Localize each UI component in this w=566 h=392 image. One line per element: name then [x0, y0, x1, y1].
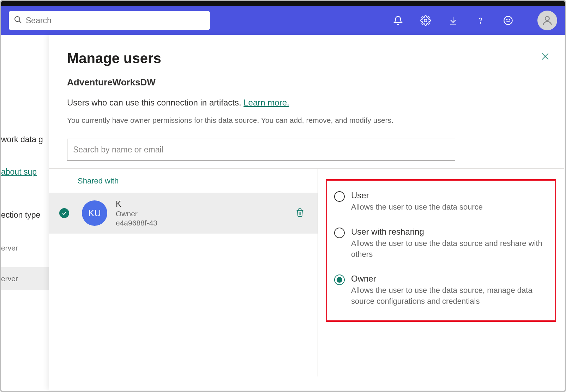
settings-icon[interactable]: [420, 15, 431, 26]
notifications-icon[interactable]: [393, 15, 403, 26]
svg-point-3: [480, 23, 481, 23]
svg-point-4: [504, 16, 512, 24]
panel-title: Manage users: [67, 50, 546, 66]
global-search-input[interactable]: [26, 16, 205, 25]
background-page: work data g about sup ection type erver …: [1, 35, 50, 388]
role-title: User with resharing: [351, 227, 548, 237]
desc-text: Users who can use this connection in art…: [67, 98, 243, 107]
role-desc: Allows the user to use the data source: [351, 202, 548, 213]
role-highlight-box: User Allows the user to use the data sou…: [326, 179, 556, 322]
user-search-input[interactable]: [67, 139, 455, 161]
radio-icon[interactable]: [334, 228, 345, 238]
role-title: Owner: [351, 274, 548, 284]
feedback-icon[interactable]: [503, 15, 513, 26]
role-option-owner[interactable]: Owner Allows the user to use the data so…: [334, 274, 548, 307]
help-icon[interactable]: [475, 15, 486, 26]
download-icon[interactable]: [448, 15, 458, 26]
manage-users-panel: Manage users AdventureWorksDW Users who …: [49, 35, 564, 390]
user-search-container: [67, 139, 455, 161]
role-option-user-resharing[interactable]: User with resharing Allows the user to u…: [334, 227, 548, 260]
svg-point-0: [15, 17, 20, 22]
global-search[interactable]: [9, 11, 210, 30]
learn-more-link[interactable]: Learn more.: [243, 98, 289, 107]
delete-user-button[interactable]: [293, 205, 307, 221]
svg-point-6: [509, 19, 510, 20]
bg-text: erver: [1, 243, 50, 253]
bg-text: work data g: [1, 134, 50, 145]
user-role: Owner: [116, 210, 293, 218]
role-selector: User Allows the user to use the data sou…: [318, 169, 564, 376]
svg-point-5: [507, 19, 507, 20]
bg-text: ection type: [1, 209, 50, 221]
user-name: K: [116, 199, 293, 209]
role-desc: Allows the user to use the data source, …: [351, 285, 548, 307]
shared-with-label: Shared with: [49, 169, 318, 193]
user-avatar-button[interactable]: [537, 11, 557, 30]
permission-note: You currently have owner permissions for…: [67, 116, 546, 125]
search-icon: [14, 16, 22, 25]
user-id: e4a9688f-43: [116, 219, 293, 227]
role-option-user[interactable]: User Allows the user to use the data sou…: [334, 191, 548, 213]
svg-point-2: [424, 19, 427, 22]
svg-point-8: [545, 17, 549, 20]
user-row[interactable]: KU K Owner e4a9688f-43: [49, 193, 318, 234]
role-title: User: [351, 191, 548, 200]
bg-link[interactable]: about sup: [1, 166, 50, 177]
close-button[interactable]: [541, 52, 550, 62]
panel-description: Users who can use this connection in art…: [67, 98, 546, 108]
user-initials-avatar: KU: [82, 200, 107, 226]
users-list: Shared with KU K Owner e4a9688f-43: [49, 169, 318, 376]
connection-name: AdventureWorksDW: [67, 77, 546, 88]
app-header: [1, 6, 565, 35]
role-desc: Allows the user to use the data source a…: [351, 238, 548, 260]
bg-text: erver: [1, 267, 50, 290]
radio-icon[interactable]: [334, 275, 345, 285]
selected-check-icon: [59, 208, 69, 218]
svg-line-1: [19, 21, 21, 23]
radio-icon[interactable]: [334, 191, 345, 202]
